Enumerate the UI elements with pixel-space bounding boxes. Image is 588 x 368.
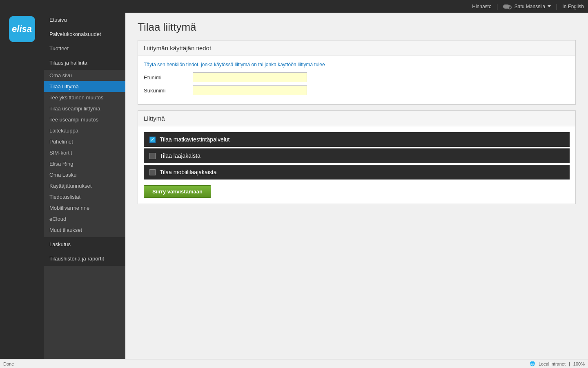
option-laajakaista-label: Tilaa laajakaista [160, 153, 200, 159]
option-matkaviestinta-label: Tilaa matkaviestintäpalvelut [160, 136, 229, 143]
page-title: Tilaa liittymä [138, 21, 576, 34]
hinnasto-link[interactable]: Hinnasto [472, 4, 491, 9]
sidebar-item-oma-lasku[interactable]: Oma Lasku [44, 169, 125, 180]
sidebar-item-tee-yksittainen[interactable]: Tee yksittäinen muutos [44, 92, 125, 103]
user-info-card-header: Liittymän käyttäjän tiedot [138, 40, 575, 56]
sidebar-item-tiedotuslistat[interactable]: Tiedotuslistat [44, 191, 125, 202]
option-matkaviestinta[interactable]: Tilaa matkaviestintäpalvelut [144, 132, 570, 147]
etunimi-input[interactable] [193, 72, 307, 82]
sukunimi-label: Sukunimi [144, 88, 193, 94]
sidebar-section-tilaushistoria[interactable]: Tilaushistoria ja raportit [44, 251, 125, 266]
elisa-logo[interactable]: elisa [9, 16, 35, 42]
etunimi-row: Etunimi [144, 72, 570, 82]
sidebar-item-tilaa-liittyma[interactable]: Tilaa liittymä [44, 81, 125, 92]
sidebar-item-laitekauppa[interactable]: Laitekauppa [44, 125, 125, 136]
connection-card-body: Tilaa matkaviestintäpalvelut Tilaa laaja… [138, 126, 575, 204]
key-icon [503, 4, 510, 9]
topbar-separator2: | [556, 3, 557, 10]
sidebar: Etusivu Palvelukokonaisuudet Tuotteet Ti… [44, 13, 125, 359]
topbar: Hinnasto | Satu Manssila | In English [0, 0, 588, 13]
checkbox-mobiililaajakaista[interactable] [149, 169, 156, 175]
checkbox-matkaviestinta[interactable] [149, 137, 156, 143]
option-mobiililaajakaista-label: Tilaa mobiililaajakaista [160, 169, 217, 175]
sidebar-item-elisa-ring[interactable]: Elisa Ring [44, 158, 125, 169]
connection-card: Liittymä Tilaa matkaviestintäpalvelut Ti… [138, 110, 576, 204]
option-mobiililaajakaista[interactable]: Tilaa mobiililaajakaista [144, 165, 570, 180]
topbar-separator: | [497, 3, 498, 10]
user-info-text: Täytä sen henkilön tiedot, jonka käytöss… [144, 62, 570, 67]
user-info-card: Liittymän käyttäjän tiedot Täytä sen hen… [138, 40, 576, 105]
content-area: Tilaa liittymä Liittymän käyttäjän tiedo… [125, 13, 588, 359]
sidebar-section-laskutus[interactable]: Laskutus [44, 237, 125, 251]
sidebar-item-mobiilivarme[interactable]: Mobiilivarme nne [44, 202, 125, 213]
user-name[interactable]: Satu Manssila [514, 4, 551, 9]
sidebar-item-tilaa-useampi[interactable]: Tilaa useampi liittymä [44, 103, 125, 114]
checkbox-laajakaista[interactable] [149, 153, 156, 159]
language-switcher[interactable]: In English [562, 4, 584, 9]
logo-bar: elisa [0, 13, 44, 359]
sidebar-item-palvelukokonaisuudet[interactable]: Palvelukokonaisuudet [44, 27, 125, 41]
user-info-card-body: Täytä sen henkilön tiedot, jonka käytöss… [138, 56, 575, 104]
sidebar-item-puhelimet[interactable]: Puhelimet [44, 136, 125, 147]
option-laajakaista[interactable]: Tilaa laajakaista [144, 148, 570, 163]
sukunimi-row: Sukunimi [144, 85, 570, 95]
sidebar-item-muut-tilaukset[interactable]: Muut tilaukset [44, 224, 125, 236]
sidebar-item-ecloud[interactable]: eCloud [44, 213, 125, 224]
sidebar-item-tee-useampi[interactable]: Tee useampi muutos [44, 114, 125, 125]
sidebar-item-oma-sivu[interactable]: Oma sivu [44, 70, 125, 81]
etunimi-label: Etunimi [144, 74, 193, 81]
main-layout: elisa Etusivu Palvelukokonaisuudet Tuott… [0, 13, 588, 359]
user-dropdown-icon [548, 5, 551, 7]
connection-card-header: Liittymä [138, 111, 575, 126]
sidebar-item-sim-kortit[interactable]: SIM-kortit [44, 147, 125, 158]
sidebar-item-tuotteet[interactable]: Tuotteet [44, 41, 125, 56]
sidebar-item-etusivu[interactable]: Etusivu [44, 13, 125, 27]
sidebar-section-tilaus: Tilaus ja hallinta [44, 56, 125, 70]
submit-button[interactable]: Siirry vahvistamaan [144, 185, 211, 198]
sidebar-item-kayttajatunnukset[interactable]: Käyttäjätunnukset [44, 180, 125, 191]
sukunimi-input[interactable] [193, 85, 307, 95]
